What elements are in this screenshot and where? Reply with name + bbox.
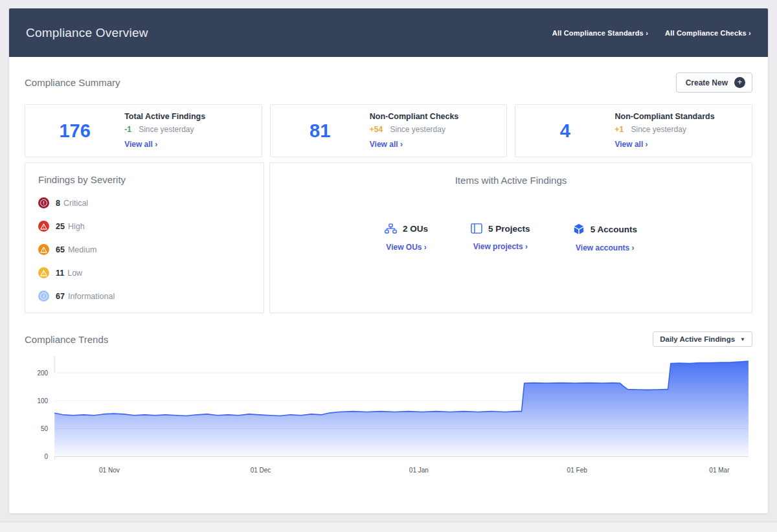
stat-title: Non-Compliant Standards — [614, 112, 745, 121]
medium-severity-icon — [38, 244, 49, 255]
severity-row-low: 11 Low — [38, 267, 251, 278]
since-label: Since yesterday — [390, 125, 445, 134]
svg-text:01 Feb: 01 Feb — [567, 467, 588, 474]
stat-card-total-findings: 176 Total Active Findings -1 Since yeste… — [25, 104, 262, 157]
delta-value: -1 — [124, 125, 131, 134]
header-links: All Compliance Standards › All Complianc… — [552, 29, 751, 37]
svg-text:0: 0 — [45, 453, 49, 460]
all-compliance-checks-link[interactable]: All Compliance Checks › — [665, 29, 751, 37]
severity-row-critical: 8 Critical — [38, 197, 251, 208]
svg-text:50: 50 — [41, 425, 49, 432]
delta-value: +54 — [370, 125, 383, 134]
chart-container: 05010020001 Nov01 Dec01 Jan01 Feb01 Mar — [25, 355, 752, 482]
stat-title: Total Active Findings — [124, 112, 255, 121]
severity-panel-title: Findings by Severity — [38, 174, 251, 185]
severity-label: High — [68, 222, 85, 231]
severity-count: 67 — [56, 292, 65, 301]
stat-delta-row: +1 Since yesterday — [614, 125, 745, 134]
severity-row-high: 25 High — [38, 221, 251, 232]
create-new-label: Create New — [686, 78, 728, 87]
create-new-button[interactable]: Create New — [676, 72, 752, 93]
org-units-icon — [385, 223, 397, 234]
svg-text:01 Nov: 01 Nov — [99, 467, 120, 474]
view-all-findings-link[interactable]: View all › — [124, 140, 157, 149]
severity-label: Critical — [63, 199, 88, 208]
page-card: Compliance Overview All Compliance Stand… — [9, 8, 768, 513]
low-severity-icon — [38, 267, 49, 278]
severity-row-informational: 67 Informational — [38, 291, 251, 302]
accounts-label: 5 Accounts — [591, 225, 637, 234]
informational-severity-icon — [38, 291, 49, 302]
since-label: Since yesterday — [139, 125, 194, 134]
svg-text:01 Mar: 01 Mar — [709, 467, 730, 474]
since-label: Since yesterday — [631, 125, 686, 134]
svg-text:01 Jan: 01 Jan — [409, 467, 429, 474]
items-panel-title: Items with Active Findings — [283, 175, 739, 186]
all-compliance-standards-link[interactable]: All Compliance Standards › — [552, 29, 648, 37]
ous-label: 2 OUs — [403, 224, 428, 234]
severity-label: Informational — [68, 292, 115, 301]
trends-section-title: Compliance Trends — [25, 334, 108, 345]
severity-label: Medium — [68, 245, 96, 254]
trends-header-row: Compliance Trends Daily Active Findings … — [25, 331, 752, 347]
severity-label: Low — [67, 269, 82, 278]
items-groups: 2 OUs View OUs › 5 Projects View pro — [283, 223, 739, 253]
view-ous-link[interactable]: View OUs › — [386, 243, 426, 252]
view-all-standards-link[interactable]: View all › — [614, 140, 648, 149]
footer-area — [0, 522, 777, 532]
severity-count: 65 — [56, 245, 65, 254]
compliance-trends-chart: 05010020001 Nov01 Dec01 Jan01 Feb01 Mar — [25, 355, 752, 482]
stat-delta-row: +54 Since yesterday — [370, 125, 501, 134]
view-projects-link[interactable]: View projects › — [473, 242, 528, 251]
high-severity-icon — [38, 221, 49, 232]
stat-card-noncompliant-checks: 81 Non-Compliant Checks +54 Since yester… — [270, 104, 508, 157]
stat-value: 81 — [271, 120, 370, 142]
view-accounts-link[interactable]: View accounts › — [576, 243, 634, 252]
dropdown-value: Daily Active Findings — [660, 335, 735, 343]
panels-row: Findings by Severity 8 Critical 25 High — [25, 162, 752, 313]
trends-range-dropdown[interactable]: Daily Active Findings ▼ — [653, 331, 752, 347]
ous-group: 2 OUs View OUs › — [385, 223, 428, 253]
stat-value: 176 — [25, 120, 124, 142]
items-with-active-findings-panel: Items with Active Findings 2 OUs — [269, 162, 752, 313]
page-title: Compliance Overview — [26, 26, 148, 40]
accounts-cube-icon — [573, 223, 585, 235]
critical-severity-icon — [38, 197, 49, 208]
findings-by-severity-panel: Findings by Severity 8 Critical 25 High — [25, 162, 264, 313]
chevron-down-icon: ▼ — [740, 337, 745, 342]
plus-icon — [734, 77, 745, 88]
severity-count: 25 — [56, 222, 65, 231]
app-header: Compliance Overview All Compliance Stand… — [9, 8, 768, 57]
svg-text:100: 100 — [37, 397, 48, 405]
stat-cards-row: 176 Total Active Findings -1 Since yeste… — [25, 104, 752, 157]
svg-text:01 Dec: 01 Dec — [251, 467, 271, 474]
projects-group: 5 Projects View projects › — [471, 223, 530, 253]
severity-count: 8 — [56, 199, 60, 208]
svg-text:200: 200 — [37, 370, 48, 377]
view-all-checks-link[interactable]: View all › — [370, 140, 403, 149]
delta-value: +1 — [614, 125, 624, 134]
accounts-group: 5 Accounts View accounts › — [573, 223, 637, 253]
stat-title: Non-Compliant Checks — [370, 112, 501, 121]
severity-count: 11 — [56, 269, 64, 278]
stat-value: 4 — [515, 120, 614, 142]
summary-header-row: Compliance Summary Create New — [25, 72, 752, 93]
projects-label: 5 Projects — [488, 224, 530, 234]
projects-icon — [471, 223, 482, 234]
stat-delta-row: -1 Since yesterday — [124, 125, 255, 134]
main-content: Compliance Summary Create New 176 Total … — [9, 72, 768, 482]
summary-section-title: Compliance Summary — [25, 77, 120, 88]
severity-row-medium: 65 Medium — [38, 244, 251, 255]
stat-card-noncompliant-standards: 4 Non-Compliant Standards +1 Since yeste… — [515, 104, 752, 157]
